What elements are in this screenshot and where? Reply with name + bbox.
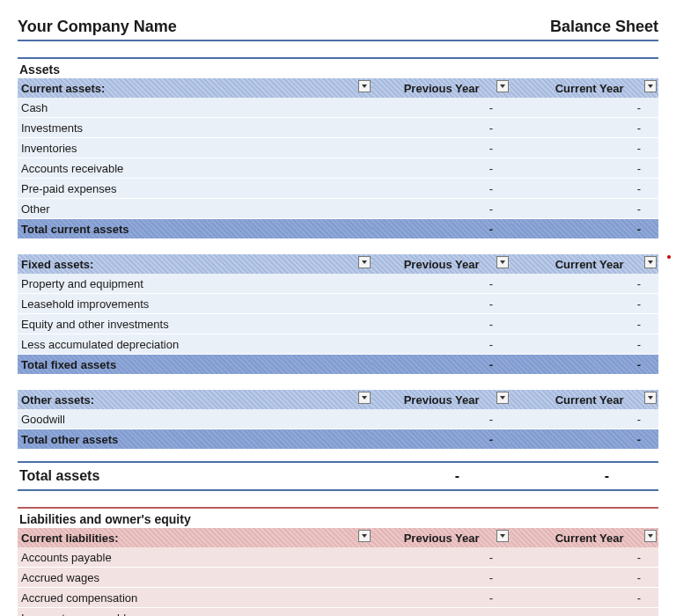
line-item-label: Property and equipment xyxy=(18,274,372,294)
col-curr-header: Current Year xyxy=(520,528,658,547)
line-item-label: Accounts receivable xyxy=(18,158,372,179)
line-item-label: Other xyxy=(18,199,372,219)
group-heading: Current liabilities: xyxy=(18,528,372,547)
total-assets-prev: - xyxy=(336,468,477,484)
line-item-curr: - xyxy=(520,179,658,199)
line-item-curr: - xyxy=(520,98,658,118)
line-item-prev: - xyxy=(372,158,511,179)
line-item-label: Investments xyxy=(18,118,372,138)
line-item-prev: - xyxy=(372,118,511,138)
line-item-label: Equity and other investments xyxy=(18,314,372,334)
line-item-label: Less accumulated depreciation xyxy=(18,334,372,355)
group-heading: Other assets: xyxy=(18,390,372,409)
line-item-label: Leasehold improvements xyxy=(18,294,372,314)
line-item-label: Accrued wages xyxy=(18,568,372,588)
col-curr-header: Current Year xyxy=(520,390,658,409)
line-item-prev: - xyxy=(372,98,511,118)
line-item-prev: - xyxy=(372,199,511,219)
col-prev-header: Previous Year xyxy=(372,390,511,409)
line-item-prev: - xyxy=(372,294,511,314)
filter-dropdown-icon[interactable] xyxy=(496,256,509,268)
line-item-curr: - xyxy=(520,118,658,138)
total-assets-curr: - xyxy=(486,468,627,484)
line-item-label: Cash xyxy=(18,98,372,118)
line-item-prev: - xyxy=(372,314,511,334)
total-assets-row: Total assets - - xyxy=(18,461,658,491)
line-item-curr: - xyxy=(520,568,658,588)
col-curr-header: Current Year xyxy=(520,254,658,274)
document-header: Your Company Name Balance Sheet xyxy=(18,18,658,41)
line-item-prev: - xyxy=(372,274,511,294)
line-item-curr: - xyxy=(520,274,658,294)
line-item-curr: - xyxy=(520,334,658,355)
line-item-label: Accrued compensation xyxy=(18,588,372,608)
line-item-prev: - xyxy=(372,588,511,608)
document-title: Balance Sheet xyxy=(550,18,658,36)
line-item-curr: - xyxy=(520,158,658,179)
line-item-curr: - xyxy=(520,547,658,568)
line-item-curr: - xyxy=(520,199,658,219)
subtotal-prev: - xyxy=(372,219,511,239)
subtotal-label: Total current assets xyxy=(18,219,372,239)
filter-dropdown-icon[interactable] xyxy=(644,530,657,542)
filter-dropdown-icon[interactable] xyxy=(358,392,371,404)
group-heading: Current assets: xyxy=(18,78,372,98)
subtotal-curr: - xyxy=(520,429,658,450)
filter-dropdown-icon[interactable] xyxy=(644,256,657,268)
col-prev-header: Previous Year xyxy=(372,78,511,98)
subtotal-curr: - xyxy=(520,355,658,375)
subtotal-label: Total other assets xyxy=(18,429,372,450)
col-curr-header: Current Year xyxy=(520,78,658,98)
line-item-label: Inventories xyxy=(18,138,372,158)
liabilities-section-title: Liabilities and owner's equity xyxy=(18,507,658,528)
line-item-curr: - xyxy=(520,608,658,617)
line-item-label: Goodwill xyxy=(18,409,372,429)
filter-dropdown-icon[interactable] xyxy=(358,80,371,92)
total-assets-label: Total assets xyxy=(19,468,336,484)
filter-dropdown-icon[interactable] xyxy=(358,256,371,268)
line-item-curr: - xyxy=(520,588,658,608)
line-item-curr: - xyxy=(520,314,658,334)
line-item-label: Accounts payable xyxy=(18,547,372,568)
subtotal-label: Total fixed assets xyxy=(18,355,372,375)
line-item-prev: - xyxy=(372,179,511,199)
subtotal-prev: - xyxy=(372,429,511,450)
line-item-prev: - xyxy=(372,547,511,568)
liabilities-table: Current liabilities: Previous Year Curre… xyxy=(18,528,658,616)
line-item-prev: - xyxy=(372,334,511,355)
line-item-label: Income taxes payable xyxy=(18,608,372,617)
col-prev-header: Previous Year xyxy=(372,254,511,274)
marker-dot xyxy=(667,255,671,259)
line-item-prev: - xyxy=(372,138,511,158)
line-item-curr: - xyxy=(520,294,658,314)
line-item-prev: - xyxy=(372,608,511,617)
filter-dropdown-icon[interactable] xyxy=(644,80,657,92)
col-prev-header: Previous Year xyxy=(372,528,511,547)
filter-dropdown-icon[interactable] xyxy=(358,530,371,542)
filter-dropdown-icon[interactable] xyxy=(496,530,509,542)
assets-section-title: Assets xyxy=(18,57,658,78)
filter-dropdown-icon[interactable] xyxy=(496,392,509,404)
subtotal-curr: - xyxy=(520,219,658,239)
assets-table: Current assets: Previous Year Current Ye… xyxy=(18,78,658,449)
filter-dropdown-icon[interactable] xyxy=(496,80,509,92)
line-item-curr: - xyxy=(520,138,658,158)
company-name: Your Company Name xyxy=(18,18,177,36)
group-heading: Fixed assets: xyxy=(18,254,372,274)
line-item-prev: - xyxy=(372,568,511,588)
line-item-curr: - xyxy=(520,409,658,429)
subtotal-prev: - xyxy=(372,355,511,375)
line-item-prev: - xyxy=(372,409,511,429)
filter-dropdown-icon[interactable] xyxy=(644,392,657,404)
line-item-label: Pre-paid expenses xyxy=(18,179,372,199)
